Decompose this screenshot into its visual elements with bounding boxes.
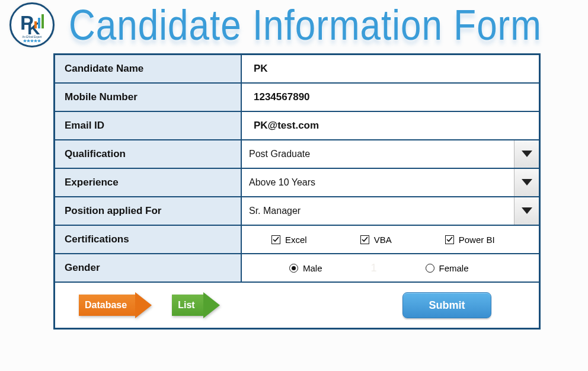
checkbox-icon <box>445 235 454 244</box>
position-select[interactable]: Sr. Manager <box>242 197 539 225</box>
checkbox-label: VBA <box>374 235 392 245</box>
radio-icon <box>426 264 434 273</box>
checkbox-icon <box>360 235 369 244</box>
radio-label: Female <box>439 263 469 273</box>
svg-rect-4 <box>41 14 44 28</box>
svg-text:An EXcel Expert: An EXcel Expert <box>23 36 43 39</box>
candidate-form: Candidate Name PK Mobile Number 12345678… <box>53 53 541 330</box>
gender-group: Male 1 Female <box>242 254 539 282</box>
svg-marker-7 <box>27 39 30 43</box>
svg-marker-9 <box>34 39 37 43</box>
svg-rect-3 <box>38 18 40 28</box>
dropdown-icon[interactable] <box>514 197 539 225</box>
label-certifications: Certifications <box>55 226 242 253</box>
label-mobile-number: Mobile Number <box>55 84 242 111</box>
label-email-id: Email ID <box>55 112 242 139</box>
svg-marker-11 <box>522 151 532 157</box>
experience-value: Above 10 Years <box>249 177 315 188</box>
svg-rect-2 <box>34 21 37 28</box>
label-experience: Experience <box>55 169 242 196</box>
radio-female[interactable]: Female <box>426 263 469 273</box>
svg-marker-10 <box>37 39 41 43</box>
experience-select[interactable]: Above 10 Years <box>242 169 539 196</box>
logo: P K An EXcel Expert <box>9 2 55 47</box>
submit-button[interactable]: Submit <box>402 292 491 318</box>
email-id-field[interactable]: PK@test.com <box>242 112 539 139</box>
checkbox-label: Power BI <box>459 235 495 245</box>
arrow-icon <box>135 292 152 318</box>
footer-row: Database List Submit <box>55 283 539 328</box>
database-label: Database <box>85 300 127 311</box>
list-button[interactable]: List <box>161 292 223 318</box>
page-title: Candidate Information Form <box>69 1 542 49</box>
label-candidate-name: Candidate Name <box>55 55 242 82</box>
label-gender: Gender <box>55 254 242 282</box>
checkbox-powerbi[interactable]: Power BI <box>445 235 495 245</box>
position-value: Sr. Manager <box>249 206 301 216</box>
dropdown-icon[interactable] <box>514 140 539 168</box>
ghost-value: 1 <box>358 262 390 274</box>
mobile-number-field[interactable]: 1234567890 <box>242 84 539 111</box>
list-label: List <box>178 300 194 311</box>
qualification-value: Post Graduate <box>249 149 310 159</box>
radio-male[interactable]: Male <box>289 263 322 273</box>
certifications-group: Excel VBA Power BI <box>242 226 539 253</box>
qualification-select[interactable]: Post Graduate <box>242 140 539 168</box>
checkbox-label: Excel <box>285 235 307 245</box>
svg-marker-6 <box>23 39 27 43</box>
checkbox-vba[interactable]: VBA <box>360 235 392 245</box>
svg-marker-12 <box>522 179 532 186</box>
label-qualification: Qualification <box>55 140 242 168</box>
checkbox-icon <box>271 235 280 244</box>
database-button[interactable]: Database <box>68 292 155 318</box>
candidate-name-field[interactable]: PK <box>242 55 539 82</box>
svg-marker-13 <box>522 207 532 214</box>
arrow-icon <box>203 292 220 318</box>
svg-marker-8 <box>30 39 34 43</box>
label-position: Position applied For <box>55 197 242 225</box>
checkbox-excel[interactable]: Excel <box>271 235 307 245</box>
submit-label: Submit <box>429 299 465 312</box>
radio-label: Male <box>303 263 322 273</box>
dropdown-icon[interactable] <box>514 169 539 196</box>
radio-icon <box>289 264 298 273</box>
